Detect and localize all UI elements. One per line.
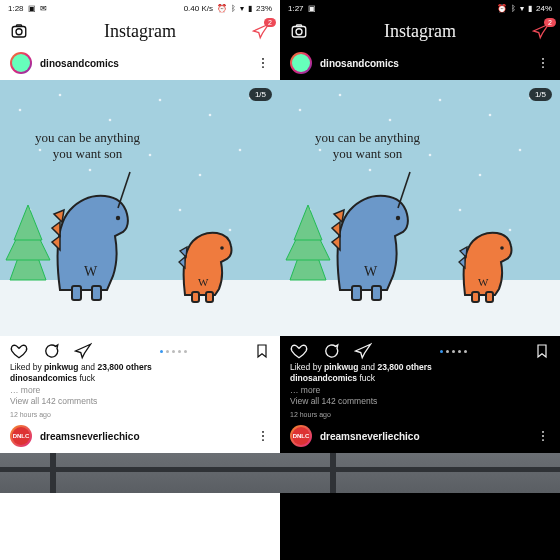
more-link[interactable]: … more — [10, 385, 270, 396]
signal-icon: ▮ — [528, 4, 532, 13]
svg-point-51 — [439, 99, 442, 102]
post-header[interactable]: dinosandcomics — [280, 46, 560, 80]
bluetooth-icon: ᛒ — [231, 4, 236, 13]
svg-point-44 — [542, 62, 544, 64]
post-age: 12 hours ago — [290, 410, 550, 419]
next-post-more-icon[interactable] — [256, 429, 270, 443]
svg-rect-6 — [0, 280, 280, 336]
dm-badge: 2 — [544, 18, 556, 27]
post-media[interactable]: W W you can be anythingyou want son 1/5 — [280, 80, 560, 336]
status-notif-icon: ▣ — [28, 4, 36, 13]
comment-button[interactable] — [42, 342, 60, 360]
caption-line[interactable]: dinosandcomics fuck — [10, 373, 270, 384]
share-button[interactable] — [74, 342, 92, 360]
svg-point-62 — [509, 229, 512, 232]
next-author-avatar[interactable]: DNLC — [10, 425, 32, 447]
next-post-header[interactable]: DNLC dreamsneverliechico — [280, 419, 560, 453]
post-media[interactable]: W W you can be anythingyou want son 1/5 — [0, 80, 280, 336]
svg-point-2 — [262, 58, 264, 60]
author-username[interactable]: dinosandcomics — [320, 58, 528, 69]
svg-rect-67 — [372, 286, 381, 300]
next-post-media-peek[interactable] — [280, 453, 560, 493]
bluetooth-icon: ᛒ — [511, 4, 516, 13]
author-avatar[interactable] — [290, 52, 312, 74]
likes-line[interactable]: Liked by pinkwug and 23,800 others — [290, 362, 550, 373]
svg-point-71 — [396, 216, 400, 220]
dm-button[interactable]: 2 — [252, 22, 270, 40]
top-bar: Instagram 2 — [280, 16, 560, 46]
next-post-media-peek[interactable] — [0, 453, 280, 493]
top-bar: Instagram 2 — [0, 16, 280, 46]
wifi-icon: ▾ — [520, 4, 524, 13]
svg-rect-31 — [192, 292, 199, 302]
svg-point-20 — [179, 209, 182, 212]
svg-point-40 — [262, 439, 264, 441]
brand-logo[interactable]: Instagram — [104, 21, 176, 42]
svg-point-8 — [59, 94, 62, 97]
svg-rect-25 — [72, 286, 81, 300]
share-button[interactable] — [354, 342, 372, 360]
svg-point-80 — [542, 435, 544, 437]
svg-point-1 — [16, 29, 22, 35]
dm-button[interactable]: 2 — [532, 22, 550, 40]
camera-icon[interactable] — [10, 22, 28, 40]
more-link[interactable]: … more — [290, 385, 550, 396]
svg-point-52 — [489, 114, 492, 117]
svg-rect-72 — [472, 292, 479, 302]
comic-text: you can be anythingyou want son — [315, 130, 420, 161]
svg-point-7 — [19, 109, 22, 112]
next-author-username[interactable]: dreamsneverliechico — [320, 431, 528, 442]
likes-line[interactable]: Liked by pinkwug and 23,800 others — [10, 362, 270, 373]
carousel-dots[interactable] — [160, 350, 187, 353]
like-button[interactable] — [10, 342, 28, 360]
post-more-icon[interactable] — [536, 56, 550, 70]
svg-rect-66 — [352, 286, 361, 300]
like-button[interactable] — [290, 342, 308, 360]
save-button[interactable] — [254, 342, 270, 360]
status-time: 1:27 — [288, 4, 304, 13]
svg-rect-26 — [92, 286, 101, 300]
view-comments-link[interactable]: View all 142 comments — [290, 396, 550, 407]
svg-text:W: W — [84, 264, 98, 279]
action-bar — [0, 336, 280, 362]
svg-point-43 — [542, 58, 544, 60]
svg-point-48 — [299, 109, 302, 112]
next-post-header[interactable]: DNLC dreamsneverliechico — [0, 419, 280, 453]
status-mail-icon: ✉ — [40, 4, 47, 13]
svg-point-49 — [339, 94, 342, 97]
app-light-mode: 1:28 ▣ ✉ 0.40 K/s ⏰ ᛒ ▾ ▮ 23% Instagram … — [0, 0, 280, 560]
dm-badge: 2 — [264, 18, 276, 27]
svg-point-76 — [500, 246, 504, 250]
carousel-counter: 1/5 — [529, 88, 552, 101]
post-meta: Liked by pinkwug and 23,800 others dinos… — [0, 362, 280, 419]
camera-icon[interactable] — [290, 22, 308, 40]
svg-point-57 — [479, 174, 482, 177]
svg-point-38 — [262, 431, 264, 433]
next-post-more-icon[interactable] — [536, 429, 550, 443]
view-comments-link[interactable]: View all 142 comments — [10, 396, 270, 407]
author-avatar[interactable] — [10, 52, 32, 74]
author-username[interactable]: dinosandcomics — [40, 58, 248, 69]
post-header[interactable]: dinosandcomics — [0, 46, 280, 80]
svg-point-50 — [389, 119, 392, 122]
save-button[interactable] — [534, 342, 550, 360]
next-author-username[interactable]: dreamsneverliechico — [40, 431, 248, 442]
svg-point-9 — [109, 119, 112, 122]
app-dark-mode: 1:27 ▣ ⏰ ᛒ ▾ ▮ 24% Instagram 2 dinosandc… — [280, 0, 560, 560]
svg-point-3 — [262, 62, 264, 64]
svg-point-42 — [296, 29, 302, 35]
svg-point-81 — [542, 439, 544, 441]
carousel-dots[interactable] — [440, 350, 467, 353]
svg-point-55 — [369, 169, 372, 172]
svg-point-39 — [262, 435, 264, 437]
svg-point-11 — [209, 114, 212, 117]
status-net-speed: 0.40 K/s — [184, 4, 213, 13]
post-more-icon[interactable] — [256, 56, 270, 70]
comment-button[interactable] — [322, 342, 340, 360]
comic-text: you can be anythingyou want son — [35, 130, 140, 161]
svg-text:W: W — [478, 276, 489, 288]
brand-logo[interactable]: Instagram — [384, 21, 456, 42]
caption-line[interactable]: dinosandcomics fuck — [290, 373, 550, 384]
svg-point-21 — [229, 229, 232, 232]
next-author-avatar[interactable]: DNLC — [290, 425, 312, 447]
